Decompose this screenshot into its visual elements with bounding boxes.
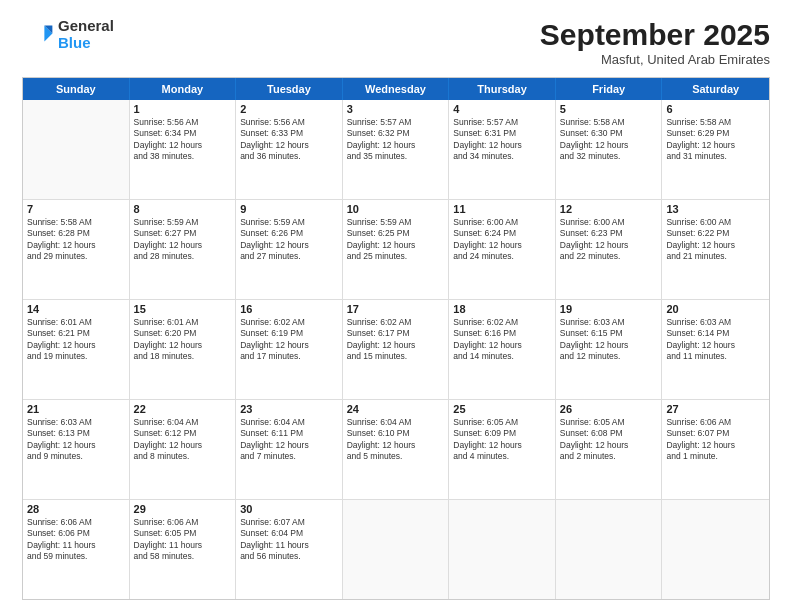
day-cell-16: 16Sunrise: 6:02 AMSunset: 6:19 PMDayligh… [236,300,343,399]
day-cell-17: 17Sunrise: 6:02 AMSunset: 6:17 PMDayligh… [343,300,450,399]
calendar-subtitle: Masfut, United Arab Emirates [540,52,770,67]
cell-info-line: and 14 minutes. [453,351,551,362]
cell-info-line: Daylight: 12 hours [666,240,765,251]
cell-info-line: and 22 minutes. [560,251,658,262]
day-number: 4 [453,103,551,115]
cell-info-line: Sunrise: 5:57 AM [347,117,445,128]
empty-cell [662,500,769,599]
cell-info-line: Sunset: 6:05 PM [134,528,232,539]
cell-info-line: Sunrise: 5:58 AM [27,217,125,228]
cell-info-line: Sunrise: 6:05 AM [560,417,658,428]
day-cell-4: 4Sunrise: 5:57 AMSunset: 6:31 PMDaylight… [449,100,556,199]
cell-info-line: Sunrise: 6:01 AM [134,317,232,328]
day-number: 27 [666,403,765,415]
day-cell-14: 14Sunrise: 6:01 AMSunset: 6:21 PMDayligh… [23,300,130,399]
calendar-row-4: 28Sunrise: 6:06 AMSunset: 6:06 PMDayligh… [23,500,769,599]
header-cell-monday: Monday [130,78,237,100]
cell-info-line: Sunset: 6:04 PM [240,528,338,539]
cell-info-line: Sunset: 6:09 PM [453,428,551,439]
cell-info-line: Sunset: 6:32 PM [347,128,445,139]
day-cell-18: 18Sunrise: 6:02 AMSunset: 6:16 PMDayligh… [449,300,556,399]
cell-info-line: Sunrise: 6:05 AM [453,417,551,428]
cell-info-line: Sunset: 6:30 PM [560,128,658,139]
header-cell-sunday: Sunday [23,78,130,100]
cell-info-line: and 32 minutes. [560,151,658,162]
cell-info-line: Sunset: 6:23 PM [560,228,658,239]
cell-info-line: and 24 minutes. [453,251,551,262]
cell-info-line: Sunrise: 6:07 AM [240,517,338,528]
day-number: 11 [453,203,551,215]
calendar-row-0: 1Sunrise: 5:56 AMSunset: 6:34 PMDaylight… [23,100,769,200]
day-number: 10 [347,203,445,215]
cell-info-line: Sunrise: 5:59 AM [240,217,338,228]
cell-info-line: Sunrise: 5:56 AM [134,117,232,128]
cell-info-line: Daylight: 11 hours [240,540,338,551]
day-cell-5: 5Sunrise: 5:58 AMSunset: 6:30 PMDaylight… [556,100,663,199]
calendar: SundayMondayTuesdayWednesdayThursdayFrid… [22,77,770,600]
day-number: 30 [240,503,338,515]
day-number: 21 [27,403,125,415]
day-cell-8: 8Sunrise: 5:59 AMSunset: 6:27 PMDaylight… [130,200,237,299]
cell-info-line: and 56 minutes. [240,551,338,562]
day-cell-23: 23Sunrise: 6:04 AMSunset: 6:11 PMDayligh… [236,400,343,499]
cell-info-line: and 34 minutes. [453,151,551,162]
cell-info-line: Sunset: 6:15 PM [560,328,658,339]
cell-info-line: and 35 minutes. [347,151,445,162]
cell-info-line: Sunset: 6:08 PM [560,428,658,439]
cell-info-line: and 29 minutes. [27,251,125,262]
cell-info-line: Sunrise: 6:04 AM [347,417,445,428]
day-number: 23 [240,403,338,415]
cell-info-line: Sunset: 6:17 PM [347,328,445,339]
cell-info-line: Daylight: 12 hours [666,440,765,451]
calendar-row-3: 21Sunrise: 6:03 AMSunset: 6:13 PMDayligh… [23,400,769,500]
cell-info-line: Daylight: 12 hours [453,140,551,151]
day-number: 20 [666,303,765,315]
day-cell-21: 21Sunrise: 6:03 AMSunset: 6:13 PMDayligh… [23,400,130,499]
day-number: 6 [666,103,765,115]
cell-info-line: Sunset: 6:26 PM [240,228,338,239]
day-number: 5 [560,103,658,115]
cell-info-line: Daylight: 12 hours [666,140,765,151]
cell-info-line: Daylight: 11 hours [134,540,232,551]
day-number: 17 [347,303,445,315]
logo: General Blue [22,18,114,51]
cell-info-line: and 9 minutes. [27,451,125,462]
page-header: General Blue September 2025 Masfut, Unit… [22,18,770,67]
day-cell-26: 26Sunrise: 6:05 AMSunset: 6:08 PMDayligh… [556,400,663,499]
cell-info-line: and 59 minutes. [27,551,125,562]
calendar-header-row: SundayMondayTuesdayWednesdayThursdayFrid… [23,78,769,100]
day-cell-15: 15Sunrise: 6:01 AMSunset: 6:20 PMDayligh… [130,300,237,399]
cell-info-line: Sunset: 6:33 PM [240,128,338,139]
cell-info-line: and 18 minutes. [134,351,232,362]
cell-info-line: Sunset: 6:20 PM [134,328,232,339]
cell-info-line: Sunset: 6:31 PM [453,128,551,139]
day-number: 22 [134,403,232,415]
cell-info-line: Sunset: 6:13 PM [27,428,125,439]
cell-info-line: Sunrise: 5:59 AM [347,217,445,228]
cell-info-line: and 15 minutes. [347,351,445,362]
day-number: 24 [347,403,445,415]
cell-info-line: Daylight: 12 hours [240,140,338,151]
cell-info-line: Daylight: 12 hours [240,340,338,351]
calendar-title: September 2025 [540,18,770,52]
cell-info-line: Sunset: 6:24 PM [453,228,551,239]
cell-info-line: and 1 minute. [666,451,765,462]
header-cell-saturday: Saturday [662,78,769,100]
day-number: 29 [134,503,232,515]
cell-info-line: Sunrise: 5:56 AM [240,117,338,128]
cell-info-line: Sunset: 6:28 PM [27,228,125,239]
cell-info-line: Sunrise: 6:02 AM [347,317,445,328]
cell-info-line: Sunset: 6:12 PM [134,428,232,439]
cell-info-line: Daylight: 12 hours [453,440,551,451]
cell-info-line: and 5 minutes. [347,451,445,462]
cell-info-line: Daylight: 12 hours [347,440,445,451]
cell-info-line: Sunrise: 6:04 AM [134,417,232,428]
day-cell-1: 1Sunrise: 5:56 AMSunset: 6:34 PMDaylight… [130,100,237,199]
header-cell-tuesday: Tuesday [236,78,343,100]
cell-info-line: Daylight: 12 hours [347,140,445,151]
logo-general-text: General [58,18,114,35]
cell-info-line: Daylight: 12 hours [134,440,232,451]
cell-info-line: Daylight: 12 hours [347,340,445,351]
day-number: 28 [27,503,125,515]
day-number: 1 [134,103,232,115]
